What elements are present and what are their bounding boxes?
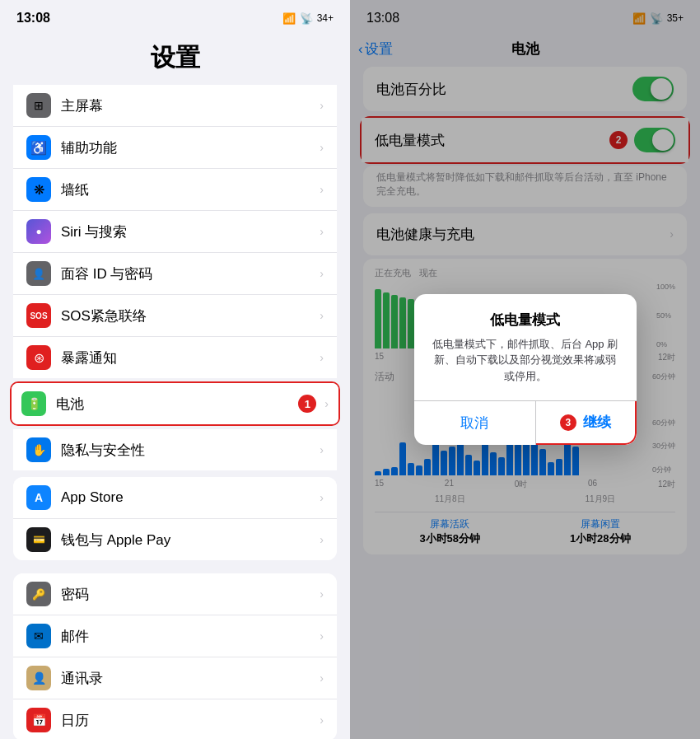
signal-icon: 📶 — [282, 12, 296, 25]
left-status-icons: 📶 📡 34+ — [282, 12, 334, 25]
settings-row-home[interactable]: ⊞ 主屏幕 › — [13, 85, 337, 127]
chevron-icon: › — [320, 309, 324, 322]
appstore-icon: A — [26, 485, 51, 510]
modal-cancel-button[interactable]: 取消 — [414, 401, 537, 445]
wallpaper-label: 墙纸 — [61, 180, 320, 199]
left-panel: 13:08 📶 📡 34+ 设置 ⊞ 主屏幕 › ♿ 辅助功能 — [0, 0, 350, 739]
wallet-label: 钱包与 Apple Pay — [61, 531, 320, 550]
settings-title: 设置 — [13, 41, 337, 75]
faceid-icon: 👤 — [26, 261, 51, 286]
settings-row-appstore[interactable]: A App Store › — [13, 477, 337, 519]
settings-list: ⊞ 主屏幕 › ♿ 辅助功能 › ❋ 墙纸 › ● — [0, 85, 350, 739]
confirm-label: 继续 — [583, 413, 611, 432]
chevron-icon: › — [320, 99, 324, 112]
section-group-3: 🔑 密码 › ✉ 邮件 › 👤 通讯录 › 📅 — [13, 573, 337, 739]
section-group-privacy: ✋ 隐私与安全性 › — [13, 429, 337, 470]
modal-confirm-button[interactable]: 3 继续 — [536, 401, 635, 443]
faceid-label: 面容 ID 与密码 — [61, 264, 320, 283]
siri-label: Siri 与搜索 — [61, 222, 320, 241]
chevron-icon: › — [320, 713, 324, 727]
privacy-icon: ✋ — [26, 437, 51, 462]
contacts-label: 通讯录 — [61, 669, 320, 688]
settings-row-password[interactable]: 🔑 密码 › — [13, 573, 337, 615]
settings-row-accessibility[interactable]: ♿ 辅助功能 › — [13, 127, 337, 169]
settings-row-wallpaper[interactable]: ❋ 墙纸 › — [13, 169, 337, 211]
battery-badge: 1 — [298, 395, 316, 413]
wallet-icon: 💳 — [26, 527, 51, 552]
chevron-icon: › — [320, 671, 324, 685]
chevron-icon: › — [320, 267, 324, 280]
wifi-icon: 📡 — [300, 12, 313, 25]
sos-label: SOS紧急联络 — [61, 306, 320, 325]
settings-row-calendar[interactable]: 📅 日历 › — [13, 699, 337, 739]
chevron-icon: › — [320, 351, 324, 364]
settings-row-contacts[interactable]: 👤 通讯录 › — [13, 657, 337, 699]
chevron-icon: › — [320, 587, 324, 601]
exposure-label: 暴露通知 — [61, 348, 320, 367]
settings-row-privacy[interactable]: ✋ 隐私与安全性 › — [13, 429, 337, 470]
battery-icon: 🔋 — [21, 391, 46, 416]
battery-icon: 34+ — [317, 12, 334, 24]
calendar-label: 日历 — [61, 711, 320, 730]
mail-icon: ✉ — [26, 624, 51, 648]
mail-label: 邮件 — [61, 627, 320, 646]
home-label: 主屏幕 — [61, 96, 320, 115]
settings-row-siri[interactable]: ● Siri 与搜索 › — [13, 211, 337, 253]
modal-confirm-wrapper: 3 继续 — [536, 401, 637, 445]
settings-row-faceid[interactable]: 👤 面容 ID 与密码 › — [13, 253, 337, 295]
settings-row-exposure[interactable]: ⊛ 暴露通知 › — [13, 337, 337, 378]
divider-1 — [0, 470, 350, 477]
modal-title: 低电量模式 — [431, 311, 620, 330]
section-group-2: A App Store › 💳 钱包与 Apple Pay › — [13, 477, 337, 560]
chevron-icon: › — [324, 397, 329, 410]
left-time: 13:08 — [16, 11, 50, 26]
sos-icon: SOS — [26, 303, 51, 328]
chevron-icon: › — [320, 443, 324, 456]
password-label: 密码 — [61, 585, 320, 604]
settings-row-battery[interactable]: 🔋 电池 1 › — [12, 383, 338, 424]
siri-icon: ● — [26, 219, 51, 244]
settings-row-sos[interactable]: SOS SOS紧急联络 › — [13, 295, 337, 337]
contacts-icon: 👤 — [26, 666, 51, 690]
accessibility-label: 辅助功能 — [61, 138, 320, 157]
chevron-icon: › — [320, 533, 324, 546]
chevron-icon: › — [320, 183, 324, 196]
right-panel: 13:08 📶 📡 35+ ‹ 设置 电池 电池百分比 低电量模式 2 低电量模… — [350, 0, 700, 739]
modal-body: 低电量模式下，邮件抓取、后台 App 刷新、自动下载以及部分视觉效果将减弱或停用… — [431, 336, 620, 385]
modal-buttons: 取消 3 继续 — [414, 400, 637, 445]
exposure-icon: ⊛ — [26, 345, 51, 370]
accessibility-icon: ♿ — [26, 135, 51, 160]
modal-content: 低电量模式 低电量模式下，邮件抓取、后台 App 刷新、自动下载以及部分视觉效果… — [414, 294, 637, 393]
left-title-bar: 设置 — [0, 36, 350, 85]
chevron-icon: › — [320, 491, 324, 504]
calendar-icon: 📅 — [26, 708, 51, 732]
battery-label: 电池 — [56, 395, 298, 414]
appstore-label: App Store — [61, 489, 320, 506]
settings-row-mail[interactable]: ✉ 邮件 › — [13, 615, 337, 657]
chevron-icon: › — [320, 629, 324, 643]
settings-row-wallet[interactable]: 💳 钱包与 Apple Pay › — [13, 519, 337, 560]
home-icon: ⊞ — [26, 93, 51, 118]
divider-2 — [0, 567, 350, 573]
confirm-badge: 3 — [560, 414, 576, 431]
privacy-label: 隐私与安全性 — [61, 441, 320, 460]
wallpaper-icon: ❋ — [26, 177, 51, 202]
section-group-1: ⊞ 主屏幕 › ♿ 辅助功能 › ❋ 墙纸 › ● — [13, 85, 337, 378]
low-power-modal: 低电量模式 低电量模式下，邮件抓取、后台 App 刷新、自动下载以及部分视觉效果… — [414, 294, 637, 446]
left-status-bar: 13:08 📶 📡 34+ — [0, 0, 350, 36]
password-icon: 🔑 — [26, 582, 51, 606]
chevron-icon: › — [320, 225, 324, 238]
modal-overlay: 低电量模式 低电量模式下，邮件抓取、后台 App 刷新、自动下载以及部分视觉效果… — [350, 0, 700, 739]
battery-row-container: 🔋 电池 1 › — [10, 381, 340, 426]
chevron-icon: › — [320, 141, 324, 154]
